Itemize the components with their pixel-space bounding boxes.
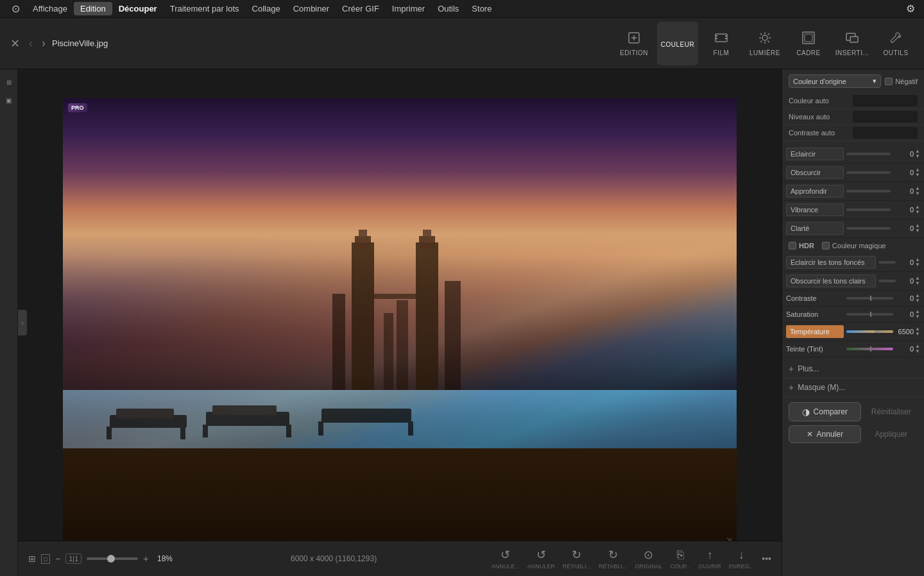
tool-cadre[interactable]: CADRE <box>788 22 829 65</box>
zoom-out-button[interactable]: − <box>55 554 60 564</box>
redo2-button[interactable]: ↻ RÉTABLI... <box>599 548 627 570</box>
tool-couleur[interactable]: COULEUR <box>657 22 698 65</box>
tool-buttons: EDITION COULEUR FILM <box>613 22 916 65</box>
temperature-stepper[interactable]: ▲▼ <box>915 326 920 337</box>
prev-button[interactable]: ‹ <box>26 35 35 51</box>
vibrance-slider[interactable] <box>846 208 891 211</box>
eclaircir-slider[interactable] <box>846 153 891 155</box>
reinit-button[interactable]: Réinitialiser <box>865 403 918 420</box>
tons-clairs-label: Obscurcir les tons clairs <box>786 275 876 287</box>
plus-icon: + <box>789 364 794 374</box>
tool-lumiere[interactable]: LUMIÈRE <box>744 22 785 65</box>
menu-creer-gif[interactable]: Créer GIF <box>336 2 386 15</box>
menu-items: ⊙ Affichage Edition Découper Traitement … <box>5 1 902 17</box>
tint-slider[interactable] <box>846 348 893 350</box>
menu-app-icon[interactable]: ⊙ <box>5 1 26 17</box>
obscurcir-slider[interactable] <box>846 171 891 174</box>
menu-combiner[interactable]: Combiner <box>287 2 336 15</box>
action-row: ✕ Annuler Appliquer <box>789 425 918 443</box>
main-toolbar: ✕ ‹ › PiscineVille.jpg EDITION COULEUR <box>0 18 924 69</box>
save-button[interactable]: ↓ ENREG... <box>729 548 755 570</box>
tons-clairs-stepper[interactable]: ▲▼ <box>915 276 920 286</box>
saturation-stepper[interactable]: ▲▼ <box>915 309 920 319</box>
panel-header: Couleur d'origine ▾ Négatif <box>782 69 924 93</box>
contraste-slider[interactable] <box>846 297 893 300</box>
tool-inserti[interactable]: INSERTI... <box>832 22 873 65</box>
bottom-action-buttons: ↺ ANNULE... ↺ ANNULER ↻ RÉTABLI... ↻ RÉT… <box>492 548 771 570</box>
zoom-slider-thumb[interactable] <box>107 555 115 563</box>
vibrance-row: Vibrance 0 ▲▼ <box>782 201 924 219</box>
obscurcir-stepper[interactable]: ▲▼ <box>915 167 920 178</box>
apply-button[interactable]: Appliquer <box>865 426 918 443</box>
menu-imprimer[interactable]: Imprimer <box>386 2 431 15</box>
saturation-value: 0 <box>896 310 914 318</box>
compare-button[interactable]: ◑ Comparer <box>789 402 861 421</box>
tons-clairs-slider[interactable] <box>878 280 896 282</box>
color-source-dropdown[interactable]: Couleur d'origine ▾ <box>789 74 881 88</box>
original-button[interactable]: ⊙ ORIGINAL <box>635 548 662 570</box>
more-actions-button[interactable]: ••• <box>762 554 771 564</box>
approfondir-slider[interactable] <box>846 190 891 192</box>
hdr-checkbox[interactable] <box>789 242 796 250</box>
auto-contraste-dropdown[interactable] <box>853 127 918 139</box>
svg-rect-22 <box>355 236 371 249</box>
tint-stepper[interactable]: ▲▼ <box>915 344 920 354</box>
menu-affichage[interactable]: Affichage <box>26 2 74 15</box>
svg-rect-31 <box>445 281 461 390</box>
fit-view-icon[interactable]: □ <box>41 554 50 564</box>
vibrance-stepper[interactable]: ▲▼ <box>915 205 920 215</box>
open-button[interactable]: ↑ OUVRIR <box>699 548 721 570</box>
contraste-stepper[interactable]: ▲▼ <box>915 293 920 303</box>
menu-collage[interactable]: Collage <box>246 2 287 15</box>
negatif-checkbox[interactable] <box>885 78 893 85</box>
eclaircir-stepper[interactable]: ▲▼ <box>915 149 920 159</box>
menu-edition[interactable]: Edition <box>74 2 112 15</box>
svg-rect-30 <box>332 294 345 390</box>
svg-rect-7 <box>725 38 727 39</box>
undo1-icon: ↺ <box>501 548 510 562</box>
tool-edition[interactable]: EDITION <box>613 22 654 65</box>
tons-fonces-slider[interactable] <box>878 261 896 264</box>
couleur-magique-checkbox[interactable] <box>822 242 830 250</box>
open-label: OUVRIR <box>699 563 721 570</box>
saturation-slider[interactable] <box>846 313 893 316</box>
tool-outils[interactable]: OUTILS <box>875 22 916 65</box>
tons-fonces-row: Eclaircir les tons foncés 0 ▲▼ <box>782 253 924 272</box>
expand-panel-arrow[interactable]: › <box>18 310 27 335</box>
undo1-button[interactable]: ↺ ANNULE... <box>492 548 520 570</box>
plus-row[interactable]: + Plus... <box>782 360 924 378</box>
auto-couleur-dropdown[interactable] <box>853 95 918 106</box>
tons-fonces-stepper[interactable]: ▲▼ <box>915 257 920 267</box>
clarte-stepper[interactable]: ▲▼ <box>915 223 920 233</box>
svg-rect-43 <box>318 421 323 436</box>
close-button[interactable]: ✕ <box>8 35 22 52</box>
menu-traitement[interactable]: Traitement par lots <box>164 2 246 15</box>
temperature-slider[interactable] <box>846 330 893 333</box>
sidebar-crop-icon[interactable]: ▣ <box>1 92 17 108</box>
menu-store[interactable]: Store <box>465 2 498 15</box>
tool-film[interactable]: FILM <box>701 22 742 65</box>
redo1-button[interactable]: ↻ RÉTABLI... <box>563 548 591 570</box>
undo2-button[interactable]: ↺ ANNULER <box>527 548 555 570</box>
grid-view-icon[interactable]: ⊞ <box>28 554 36 564</box>
cancel-button[interactable]: ✕ Annuler <box>789 425 861 443</box>
zoom-slider[interactable] <box>87 557 138 560</box>
eclaircir-value: 0 <box>893 150 914 158</box>
sidebar-grid-icon[interactable]: ⊞ <box>1 74 17 90</box>
svg-rect-39 <box>212 405 277 415</box>
cancel-icon: ✕ <box>807 430 813 439</box>
approfondir-stepper[interactable]: ▲▼ <box>915 186 920 196</box>
settings-icon[interactable]: ⚙ <box>902 1 919 16</box>
svg-rect-36 <box>107 427 112 439</box>
redo2-label: RÉTABLI... <box>599 563 627 570</box>
zoom-in-button[interactable]: + <box>143 554 148 564</box>
clarte-slider[interactable] <box>846 227 891 230</box>
menu-outils[interactable]: Outils <box>431 2 465 15</box>
menu-decouper[interactable]: Découper <box>112 2 164 15</box>
copy-button[interactable]: ⎘ COUP... <box>670 548 690 570</box>
zoom-preset[interactable]: 1|1 <box>65 554 81 564</box>
next-button[interactable]: › <box>39 35 48 51</box>
masque-row[interactable]: + Masque (M)... <box>782 378 924 397</box>
compare-row: ◑ Comparer Réinitialiser <box>789 402 918 421</box>
auto-niveaux-dropdown[interactable] <box>853 111 918 123</box>
